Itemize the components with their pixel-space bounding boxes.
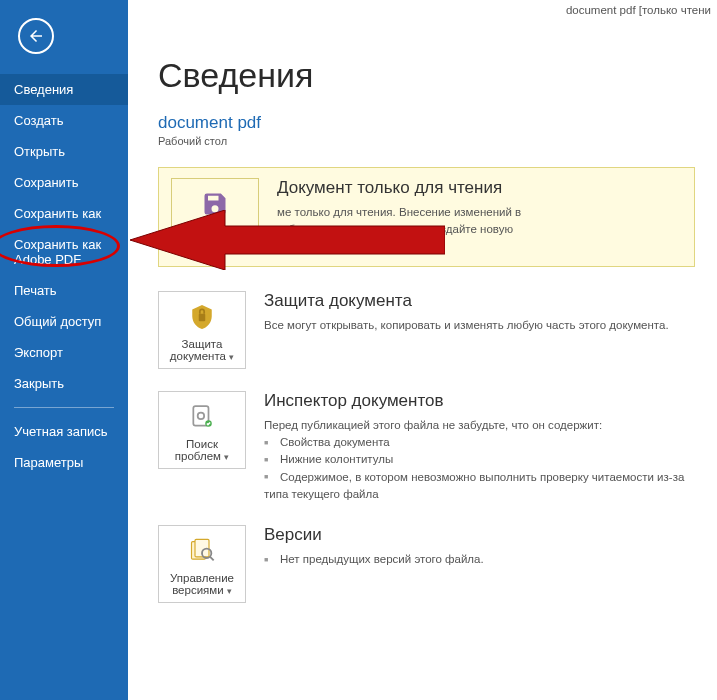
inspect-item: Свойства документа [264, 434, 695, 451]
svg-line-8 [210, 557, 214, 561]
readonly-title: Документ только для чтения [277, 178, 682, 198]
inspect-item: Нижние колонтитулы [264, 451, 695, 468]
lock-icon [163, 300, 241, 334]
save-icon [176, 187, 254, 221]
sidebar-item-save-as[interactable]: Сохранить как [0, 198, 128, 229]
document-name: document pdf [158, 113, 695, 133]
readonly-text-1: ме только для чтения. Внесение изменений… [277, 204, 682, 221]
versions-title: Версии [264, 525, 695, 545]
sidebar-item-save-as-pdf[interactable]: Сохранить как Adobe PDF [0, 229, 128, 275]
inspect-card-label: Поиск проблем [175, 438, 221, 462]
dropdown-caret-icon: ▾ [229, 352, 234, 362]
window-title: document pdf [только чтени [566, 4, 711, 16]
back-arrow-icon [27, 27, 45, 45]
content-area: Сведения document pdf Рабочий стол Сохра… [128, 24, 717, 700]
dropdown-caret-icon: ▾ [224, 452, 229, 462]
svg-point-3 [198, 412, 205, 419]
readonly-text-3: копию этого документа. [277, 239, 682, 256]
back-button[interactable] [18, 18, 54, 54]
protect-text: Все могут открывать, копировать и изменя… [264, 317, 695, 334]
versions-icon [163, 534, 241, 568]
svg-rect-1 [199, 314, 206, 322]
sidebar-item-info[interactable]: Сведения [0, 74, 128, 105]
dropdown-caret-icon: ▾ [227, 586, 232, 596]
protect-section: Защита документа ▾ Защита документа Все … [158, 291, 695, 369]
sidebar-item-new[interactable]: Создать [0, 105, 128, 136]
sidebar-item-export[interactable]: Экспорт [0, 337, 128, 368]
versions-none: Нет предыдущих версий этого файла. [264, 551, 695, 568]
save-as-card-label: Сохранить как [176, 225, 254, 237]
backstage-sidebar: Сведения Создать Открыть Сохранить Сохра… [0, 0, 128, 700]
sidebar-item-save[interactable]: Сохранить [0, 167, 128, 198]
inspect-icon [163, 400, 241, 434]
protect-title: Защита документа [264, 291, 695, 311]
readonly-text-2: тобы сохранить изменения, создайте новую [277, 221, 682, 238]
inspect-item: Содержимое, в котором невозможно выполни… [264, 469, 695, 504]
inspect-title: Инспектор документов [264, 391, 695, 411]
protect-document-button[interactable]: Защита документа ▾ [158, 291, 246, 369]
check-issues-button[interactable]: Поиск проблем ▾ [158, 391, 246, 469]
sidebar-item-options[interactable]: Параметры [0, 447, 128, 478]
sidebar-item-print[interactable]: Печать [0, 275, 128, 306]
versions-card-label: Управление версиями [170, 572, 234, 596]
save-as-card[interactable]: Сохранить как [171, 178, 259, 244]
protect-card-label: Защита документа [170, 338, 226, 362]
readonly-banner: Сохранить как Документ только для чтения… [158, 167, 695, 267]
versions-section: Управление версиями ▾ Версии Нет предыду… [158, 525, 695, 603]
inspect-section: Поиск проблем ▾ Инспектор документов Пер… [158, 391, 695, 503]
manage-versions-button[interactable]: Управление версиями ▾ [158, 525, 246, 603]
sidebar-item-account[interactable]: Учетная запись [0, 416, 128, 447]
sidebar-item-share[interactable]: Общий доступ [0, 306, 128, 337]
sidebar-divider [14, 407, 114, 408]
document-location: Рабочий стол [158, 135, 695, 147]
inspect-lead: Перед публикацией этого файла не забудьт… [264, 417, 695, 434]
sidebar-item-open[interactable]: Открыть [0, 136, 128, 167]
page-title: Сведения [158, 56, 695, 95]
sidebar-item-close[interactable]: Закрыть [0, 368, 128, 399]
